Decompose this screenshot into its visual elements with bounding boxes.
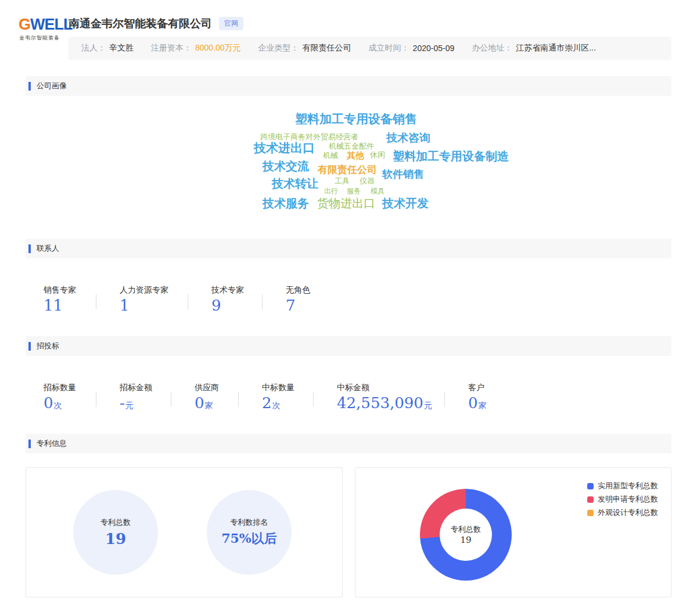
patent-cards: 专利总数 19 专利数排名 75%以后 专利总数 19 实用新型专利总数发明申请…: [26, 467, 671, 597]
section-accent-bar: [28, 82, 31, 91]
section-header-patents: 专利信息: [26, 434, 671, 453]
stat-item: 销售专家11: [44, 285, 96, 315]
stat-suffix: 元: [125, 401, 134, 410]
stat-divider: [96, 294, 96, 309]
stat-item: 供应商0家: [195, 383, 238, 412]
stat-label: 招标数量: [44, 383, 96, 393]
section-accent-bar: [28, 244, 31, 253]
cloud-word: 服务: [347, 188, 361, 194]
stat-divider: [171, 392, 171, 407]
patent-total-value: 19: [105, 530, 126, 547]
patent-rank-label: 专利数排名: [231, 517, 268, 528]
stat-item: 中标数量2次: [262, 383, 313, 412]
stat-suffix: 元: [424, 401, 432, 410]
info-item: 法人：辛文胜: [81, 43, 134, 53]
cloud-word: 技术进出口: [254, 142, 315, 154]
cloud-word: 技术咨询: [386, 132, 430, 143]
stat-value: 2次: [262, 394, 313, 412]
cloud-word: 技术服务: [263, 197, 309, 209]
cloud-word: 技术开发: [382, 197, 429, 209]
stat-suffix: 家: [205, 401, 213, 410]
stat-suffix: 家: [479, 401, 487, 410]
legend-marker-icon: [587, 510, 594, 516]
stat-item: 无角色7: [286, 285, 332, 315]
stat-label: 无角色: [286, 285, 332, 296]
stat-item: 技术专家9: [211, 285, 262, 315]
stat-divider: [238, 392, 239, 407]
cloud-word: 技术转让: [272, 178, 318, 189]
stat-item: 中标金额42,553,090元: [337, 383, 444, 412]
patent-rank-value: 75%以后: [221, 530, 277, 547]
stat-label: 技术专家: [211, 285, 262, 296]
donut-center-label: 专利总数: [451, 524, 481, 535]
stat-value: 11: [44, 297, 96, 315]
cloud-word: 其他: [347, 151, 364, 160]
legend-marker-icon: [587, 496, 594, 503]
info-value: 江苏省南通市崇川区...: [516, 43, 596, 53]
stat-item: 客户0家: [468, 383, 503, 412]
stat-suffix: 次: [272, 401, 281, 410]
legend-item[interactable]: 实用新型专利总数: [587, 481, 658, 491]
stat-divider: [262, 294, 263, 309]
patent-donut-chart[interactable]: 专利总数 19: [420, 489, 512, 581]
info-label: 办公地址：: [472, 43, 512, 53]
stat-label: 销售专家: [44, 285, 96, 296]
patent-total-circle: 专利总数 19: [73, 490, 158, 575]
patent-total-label: 专利总数: [100, 517, 131, 528]
stat-item: 人力资源专家1: [120, 285, 188, 315]
section-accent-bar: [28, 342, 31, 351]
stat-label: 供应商: [195, 383, 238, 393]
legend-item[interactable]: 发明申请专利总数: [587, 494, 658, 505]
cloud-word: 出行: [324, 188, 338, 194]
legend-marker-icon: [587, 483, 594, 489]
info-item: 注册资本：8000.00万元: [151, 43, 241, 53]
legend-label: 外观设计专利总数: [598, 507, 658, 518]
company-logo: GWELL 金韦尔智能装备: [19, 8, 60, 60]
info-value: 2020-05-09: [413, 44, 455, 53]
donut-center: 专利总数 19: [440, 509, 492, 561]
stat-divider: [96, 392, 96, 407]
contacts-stats-row: 销售专家11人力资源专家1技术专家9无角色7: [0, 285, 697, 315]
cloud-word: 货物进出口: [317, 197, 375, 209]
section-title: 专利信息: [37, 438, 67, 449]
stat-label: 客户: [468, 383, 503, 393]
cloud-word: 塑料加工专用设备制造: [393, 150, 509, 162]
stat-label: 中标金额: [337, 383, 444, 393]
company-wordcloud: 塑料加工专用设备销售跨境电子商务对外贸易经营者技术咨询技术进出口机械五金配件机械…: [0, 99, 697, 239]
cloud-word: 机械五金配件: [329, 142, 374, 150]
company-info-bar: 法人：辛文胜注册资本：8000.00万元企业类型：有限责任公司成立时间：2020…: [69, 37, 671, 60]
stat-suffix: 次: [54, 401, 62, 410]
info-item: 企业类型：有限责任公司: [258, 43, 351, 53]
section-accent-bar: [28, 440, 31, 448]
cloud-word: 软件销售: [382, 169, 424, 179]
info-value: 有限责任公司: [303, 43, 351, 53]
official-site-badge[interactable]: 官网: [219, 17, 243, 30]
section-header-bidding: 招投标: [26, 336, 671, 356]
cloud-word: 模具: [371, 188, 385, 194]
donut-legend: 实用新型专利总数发明申请专利总数外观设计专利总数: [587, 481, 658, 521]
donut-center-value: 19: [460, 535, 471, 545]
stat-value: 0次: [44, 394, 96, 412]
patent-rank-circle: 专利数排名 75%以后: [207, 490, 292, 575]
stat-value: 0家: [468, 394, 503, 412]
stat-label: 人力资源专家: [120, 285, 188, 296]
info-label: 注册资本：: [151, 43, 192, 53]
info-item: 办公地址：江苏省南通市崇川区...: [472, 43, 596, 53]
cloud-word: 技术交流: [263, 160, 309, 172]
section-header-contacts: 联系人: [26, 239, 671, 258]
legend-item[interactable]: 外观设计专利总数: [587, 507, 658, 518]
cloud-word: 仪器: [360, 177, 375, 185]
logo-subtitle: 金韦尔智能装备: [19, 34, 60, 42]
patent-donut-card: 专利总数 19 实用新型专利总数发明申请专利总数外观设计专利总数: [355, 467, 671, 597]
stat-item: 招标数量0次: [44, 383, 96, 412]
cloud-word: 机械: [323, 152, 338, 159]
cloud-word: 工具: [335, 177, 350, 185]
info-label: 企业类型：: [258, 43, 299, 53]
info-value: 8000.00万元: [195, 43, 241, 53]
info-value: 辛文胜: [109, 43, 134, 53]
legend-label: 发明申请专利总数: [598, 494, 658, 505]
header-right: 南通金韦尔智能装备有限公司 官网 法人：辛文胜注册资本：8000.00万元企业类…: [69, 8, 671, 60]
cloud-word: 跨境电子商务对外贸易经营者: [260, 133, 358, 141]
info-label: 法人：: [81, 43, 106, 53]
title-row: 南通金韦尔智能装备有限公司 官网: [69, 8, 671, 37]
